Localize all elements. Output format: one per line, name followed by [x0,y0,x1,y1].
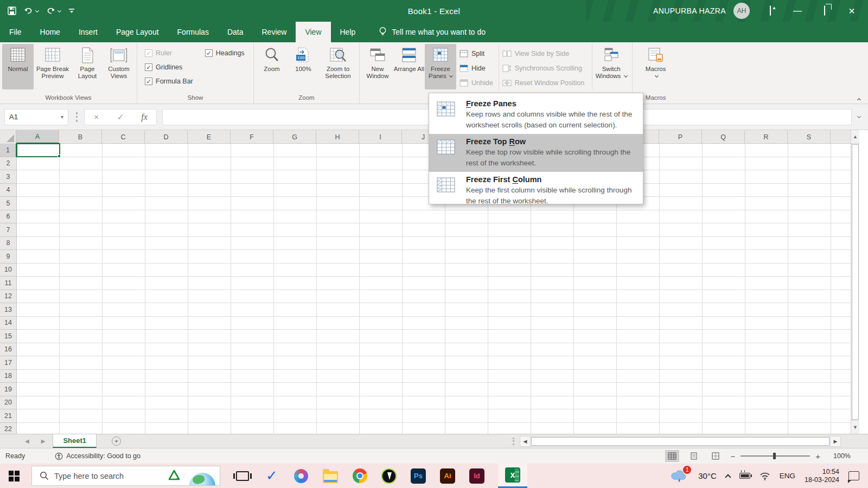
row-header-2[interactable]: 2 [0,157,16,171]
grid-row-18[interactable] [17,370,851,383]
next-sheet-button[interactable]: ▶ [41,438,46,444]
grid-row-16[interactable] [17,343,851,357]
view-side-by-side-button[interactable]: View Side by Side [499,46,588,61]
vertical-scroll-thumb[interactable] [852,144,859,420]
column-header-i[interactable]: I [359,130,402,144]
page-break-preview-button[interactable]: Page Break Preview [34,44,72,89]
horizontal-scroll-thumb[interactable] [531,437,829,446]
ribbon-display-options-button[interactable] [764,6,777,16]
row-header-15[interactable]: 15 [0,330,16,343]
row-header-12[interactable]: 12 [0,290,16,304]
tab-page-layout[interactable]: Page Layout [107,22,168,42]
tab-file[interactable]: File [0,22,31,42]
column-header-e[interactable]: E [188,130,231,144]
column-header-r[interactable]: R [745,130,788,144]
row-header-3[interactable]: 3 [0,170,16,184]
clock[interactable]: 10:54 18-03-2024 [805,468,839,484]
macros-button[interactable]: Macros [640,44,672,89]
grid-row-19[interactable] [17,383,851,396]
row-header-19[interactable]: 19 [0,383,16,396]
illustrator-button[interactable]: Ai [439,468,456,484]
column-header-c[interactable]: C [102,130,145,144]
row-header-22[interactable]: 22 [0,423,16,434]
collapse-ribbon-button[interactable] [857,98,861,102]
gridlines-checkbox[interactable]: ✓Gridlines [145,60,193,74]
zoom-slider[interactable]: − + [730,452,820,461]
avatar[interactable]: AH [733,3,750,19]
grid-row-12[interactable] [17,290,851,304]
excel-button[interactable]: x [498,464,527,488]
grid-row-7[interactable] [17,223,851,237]
scroll-left-button[interactable]: ◀ [520,436,531,447]
selected-cell-a1[interactable] [16,143,60,157]
fill-handle[interactable] [58,155,61,158]
row-header-5[interactable]: 5 [0,197,16,210]
tab-review[interactable]: Review [253,22,296,42]
vertical-scrollbar[interactable]: ▲ ▼ [851,130,859,434]
column-header-f[interactable]: F [231,130,273,144]
row-header-21[interactable]: 21 [0,409,16,423]
custom-views-button[interactable]: Custom Views [103,44,135,89]
zoom-button[interactable]: Zoom [256,44,288,89]
temperature[interactable]: 30°C [698,471,717,480]
grid-row-20[interactable] [17,396,851,410]
reset-window-position-button[interactable]: Reset Window Position [499,75,588,90]
normal-view-button[interactable]: Normal [2,44,34,89]
row-header-16[interactable]: 16 [0,343,16,357]
grid-row-21[interactable] [17,409,851,423]
arrange-all-button[interactable]: Arrange All [393,44,425,89]
menu-item-freeze-first-column[interactable]: Freeze First ColumnKeep the first column… [429,172,643,210]
tell-me-box[interactable]: Tell me what you want to do [365,22,486,42]
grid-row-14[interactable] [17,317,851,330]
task-view-button[interactable] [234,468,251,484]
switch-windows-button[interactable]: SwitchWindows [592,44,630,89]
tab-help[interactable]: Help [331,22,365,42]
undo-button[interactable] [24,7,39,15]
formula-bar-splitter[interactable] [76,112,78,122]
tab-data[interactable]: Data [218,22,253,42]
row-header-14[interactable]: 14 [0,317,16,330]
row-header-1[interactable]: 1 [0,144,17,157]
save-button[interactable] [8,7,16,15]
column-header-a[interactable]: A [16,130,59,144]
redo-button[interactable] [46,7,61,15]
cancel-entry-button[interactable]: × [85,112,108,121]
weather-icon[interactable]: 1 [671,468,689,484]
scroll-up-button[interactable]: ▲ [851,130,859,144]
row-headers[interactable]: 12345678910111213141516171819202122 [0,144,17,434]
zoom-slider-thumb[interactable] [773,453,776,459]
menu-item-freeze-panes[interactable]: Freeze PanesKeep rows and columns visibl… [429,96,643,134]
sheet-tab-sheet1[interactable]: Sheet1 [53,434,97,448]
action-center-icon[interactable] [848,471,859,480]
grid-row-13[interactable] [17,303,851,317]
column-header-g[interactable]: G [273,130,316,144]
prev-sheet-button[interactable]: ◀ [25,438,29,444]
synchronous-scrolling-button[interactable]: Synchronous Scrolling [499,61,588,75]
grid-row-17[interactable] [17,356,851,370]
insert-function-button[interactable]: fx [132,112,156,122]
name-box[interactable]: A1 ▾ [4,109,68,125]
restore-button[interactable] [818,6,831,16]
hidden-icons-chevron[interactable] [725,474,731,480]
grid-row-15[interactable] [17,330,851,343]
row-header-4[interactable]: 4 [0,184,16,197]
tab-insert[interactable]: Insert [69,22,107,42]
ruler-checkbox[interactable]: ✓Ruler [145,46,193,60]
normal-view-shortcut[interactable] [665,450,679,462]
grid-row-11[interactable] [17,277,851,290]
row-header-9[interactable]: 9 [0,250,16,264]
user-name[interactable]: ANUPURBA HAZRA [653,7,726,15]
row-header-8[interactable]: 8 [0,237,16,251]
row-header-20[interactable]: 20 [0,396,16,410]
zoom-level[interactable]: 100% [828,452,851,460]
headings-checkbox[interactable]: ✓Headings [205,46,245,60]
zoom-100-button[interactable]: 100 100% [288,44,319,89]
unhide-button[interactable]: Unhide [456,75,496,90]
grid-row-8[interactable] [17,237,851,251]
freeze-panes-button[interactable]: FreezePanes [425,44,456,89]
enter-entry-button[interactable]: ✓ [108,112,132,122]
minimize-button[interactable]: — [791,6,804,16]
grid-row-10[interactable] [17,264,851,277]
row-header-17[interactable]: 17 [0,356,16,370]
column-header-q[interactable]: Q [702,130,745,144]
